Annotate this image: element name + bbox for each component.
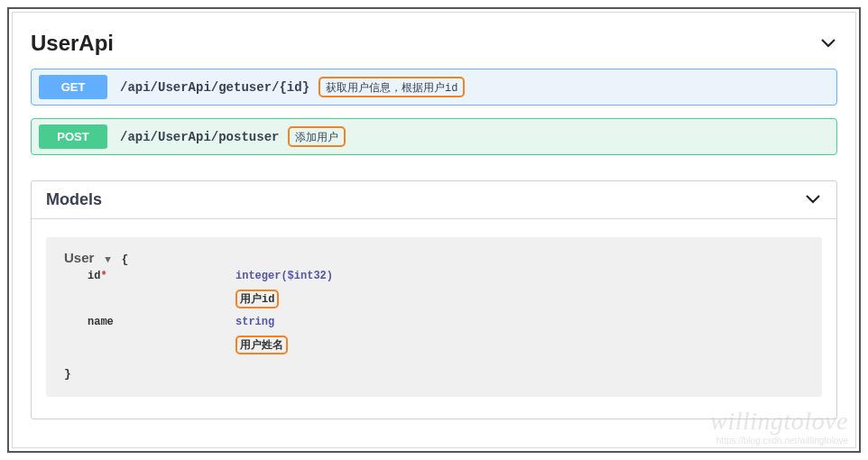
- models-body: User ▼ { id* integer($int32) 用户id: [32, 219, 836, 419]
- outer-frame: UserApi GET /api/UserApi/getuser/{id} 获取…: [7, 7, 861, 453]
- model-header-row[interactable]: User ▼ {: [64, 250, 804, 266]
- http-method-badge: POST: [39, 124, 107, 149]
- api-section-title: UserApi: [31, 31, 114, 56]
- endpoint-path: /api/UserApi/postuser: [120, 130, 279, 144]
- endpoint-get-user[interactable]: GET /api/UserApi/getuser/{id} 获取用户信息，根据用…: [31, 69, 837, 106]
- models-panel: Models User ▼ { id* integ: [31, 180, 837, 419]
- property-row: id* integer($int32): [64, 270, 804, 282]
- annotation-highlight: 获取用户信息，根据用户id: [319, 77, 465, 97]
- inner-frame: UserApi GET /api/UserApi/getuser/{id} 获取…: [12, 12, 856, 448]
- api-section-header[interactable]: UserApi: [31, 23, 837, 69]
- annotation-highlight: 用户姓名: [235, 336, 288, 354]
- models-header[interactable]: Models: [32, 181, 836, 219]
- property-name: id*: [88, 270, 235, 282]
- property-name: name: [88, 316, 235, 328]
- property-description-row: 用户姓名: [64, 336, 804, 354]
- endpoint-description: 获取用户信息，根据用户id: [323, 81, 460, 96]
- model-schema-box: User ▼ { id* integer($int32) 用户id: [46, 237, 822, 397]
- property-description: 用户姓名: [240, 339, 283, 352]
- brace-open: {: [122, 253, 129, 266]
- annotation-highlight: 用户id: [235, 290, 279, 308]
- property-type: string: [235, 316, 274, 328]
- property-type: integer($int32): [235, 270, 333, 282]
- property-description-row: 用户id: [64, 290, 804, 308]
- property-row: name string: [64, 316, 804, 328]
- endpoint-post-user[interactable]: POST /api/UserApi/postuser 添加用户: [31, 118, 837, 155]
- http-method-badge: GET: [39, 75, 107, 99]
- endpoint-path: /api/UserApi/getuser/{id}: [120, 80, 309, 95]
- models-title: Models: [46, 190, 102, 209]
- model-name: User: [64, 250, 94, 265]
- property-description: 用户id: [240, 293, 274, 306]
- required-mark: *: [100, 270, 106, 282]
- chevron-down-icon: [804, 190, 822, 209]
- chevron-down-icon: ▼: [105, 254, 111, 265]
- brace-close: }: [64, 367, 804, 381]
- endpoint-description: 添加用户: [292, 131, 341, 145]
- chevron-down-icon: [819, 34, 837, 53]
- annotation-highlight: 添加用户: [288, 126, 346, 147]
- watermark-url: https://blog.csdn.net/willingtolove: [710, 436, 848, 446]
